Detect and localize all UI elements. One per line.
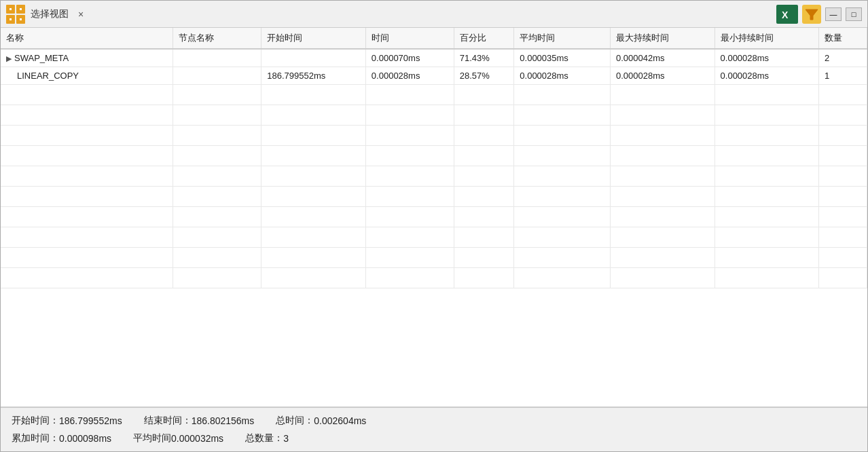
cell-min: 0.000028ms: [715, 49, 819, 67]
cell-empty: [715, 248, 819, 268]
cell-empty: [1, 248, 173, 268]
cell-empty: [365, 227, 454, 248]
cell-empty: [261, 248, 366, 268]
cell-empty: [261, 146, 366, 166]
col-header-name[interactable]: 名称: [1, 28, 173, 49]
cell-empty: [611, 207, 715, 227]
cell-empty: [454, 146, 514, 166]
cell-empty: [819, 146, 867, 166]
cell-avg: 0.000028ms: [514, 67, 611, 85]
count-value: 3: [283, 433, 289, 444]
cell-empty: [611, 105, 715, 126]
cell-empty: [611, 268, 715, 288]
cell-empty: [173, 166, 261, 187]
maximize-button[interactable]: □: [846, 7, 862, 21]
cell-time: 0.000028ms: [365, 67, 454, 85]
cell-empty: [454, 227, 514, 248]
cell-empty: [365, 166, 454, 187]
table-row-empty: [1, 268, 867, 288]
cell-empty: [819, 85, 867, 105]
cell-empty: [261, 126, 366, 146]
cell-empty: [1, 268, 173, 288]
table-row-empty: [1, 166, 867, 187]
cell-empty: [261, 85, 366, 105]
col-header-time[interactable]: 时间: [365, 28, 454, 49]
table-row-empty: [1, 105, 867, 126]
cell-avg: 0.000035ms: [514, 49, 611, 67]
cell-empty: [173, 187, 261, 207]
cell-empty: [261, 227, 366, 248]
cell-empty: [261, 268, 366, 288]
cell-empty: [1, 105, 173, 126]
cell-empty: [365, 207, 454, 227]
col-header-start[interactable]: 开始时间: [261, 28, 366, 49]
end-value: 186.802156ms: [192, 415, 255, 426]
excel-icon[interactable]: X: [776, 5, 798, 24]
col-header-min[interactable]: 最小持续时间: [715, 28, 819, 49]
cell-count: 2: [819, 49, 867, 67]
status-bar: 开始时间： 186.799552ms 结束时间： 186.802156ms 总时…: [1, 407, 867, 451]
cell-empty: [819, 126, 867, 146]
table-row[interactable]: ▶SWAP_META0.000070ms71.43%0.000035ms0.00…: [1, 49, 867, 67]
cell-empty: [365, 268, 454, 288]
cell-empty: [514, 248, 611, 268]
cell-empty: [819, 105, 867, 126]
close-button[interactable]: ×: [74, 7, 88, 21]
cell-empty: [454, 105, 514, 126]
cell-empty: [1, 85, 173, 105]
cell-empty: [514, 146, 611, 166]
cell-empty: [173, 268, 261, 288]
main-window: 选择视图 × X — □: [0, 0, 868, 452]
cell-empty: [454, 248, 514, 268]
cell-empty: [173, 85, 261, 105]
cell-pct: 71.43%: [454, 49, 514, 67]
cell-empty: [173, 227, 261, 248]
cell-empty: [454, 207, 514, 227]
avg-value: 0.000032ms: [171, 433, 223, 444]
cell-time: 0.000070ms: [365, 49, 454, 67]
cell-node: [173, 49, 261, 67]
cumulative-label: 累加时间：: [12, 432, 59, 445]
cell-start: 186.799552ms: [261, 67, 366, 85]
start-label: 开始时间：: [12, 415, 59, 427]
cell-empty: [819, 268, 867, 288]
cell-empty: [514, 166, 611, 187]
svg-text:X: X: [782, 10, 789, 20]
col-header-node[interactable]: 节点名称: [173, 28, 261, 49]
cell-empty: [715, 126, 819, 146]
table-row-empty: [1, 227, 867, 248]
svg-rect-5: [20, 8, 22, 10]
cell-empty: [1, 187, 173, 207]
col-header-avg[interactable]: 平均时间: [514, 28, 611, 49]
cell-empty: [365, 146, 454, 166]
cell-empty: [365, 85, 454, 105]
col-header-pct[interactable]: 百分比: [454, 28, 514, 49]
cell-empty: [715, 187, 819, 207]
table-header-row: 名称 节点名称 开始时间 时间 百分比 平均时间 最大持续时间 最小持续时间 数…: [1, 28, 867, 49]
col-header-max[interactable]: 最大持续时间: [611, 28, 715, 49]
minimize-button[interactable]: —: [825, 7, 842, 21]
total-label: 总时间：: [276, 415, 314, 427]
cell-empty: [365, 248, 454, 268]
title-bar-right: X — □: [776, 5, 862, 24]
cell-empty: [514, 187, 611, 207]
expand-icon[interactable]: ▶: [6, 54, 12, 63]
cell-empty: [514, 207, 611, 227]
cell-empty: [261, 166, 366, 187]
col-header-count[interactable]: 数量: [819, 28, 867, 49]
table-row[interactable]: LINEAR_COPY186.799552ms0.000028ms28.57%0…: [1, 67, 867, 85]
window-title: 选择视图: [31, 8, 69, 20]
svg-rect-7: [20, 18, 22, 20]
cell-empty: [514, 126, 611, 146]
cumulative-value: 0.000098ms: [59, 433, 111, 444]
cell-empty: [173, 248, 261, 268]
cell-empty: [715, 268, 819, 288]
table-row-empty: [1, 248, 867, 268]
total-value: 0.002604ms: [314, 415, 366, 426]
cell-count: 1: [819, 67, 867, 85]
cell-empty: [365, 126, 454, 146]
filter-icon[interactable]: [802, 5, 821, 24]
cell-empty: [454, 187, 514, 207]
cell-empty: [819, 207, 867, 227]
cell-empty: [261, 105, 366, 126]
